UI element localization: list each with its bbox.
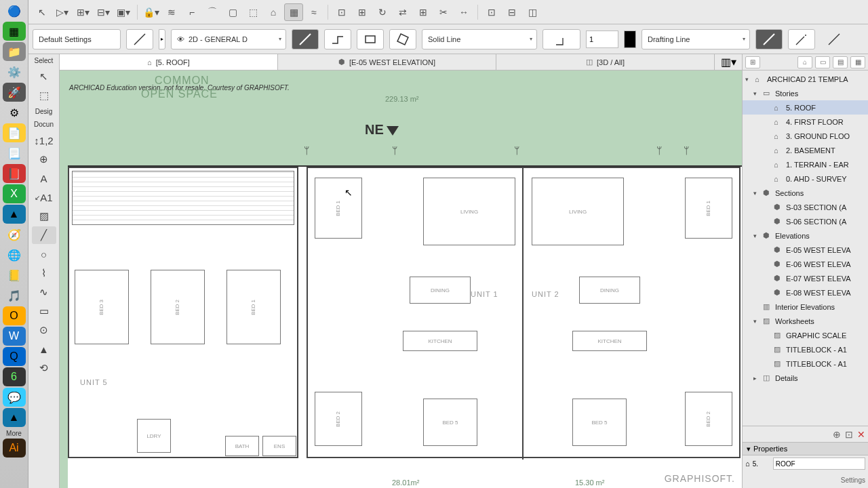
extend-icon[interactable]: ↔ xyxy=(454,3,473,21)
tree-sections[interactable]: ▾⬢Sections xyxy=(743,186,868,200)
chevron-right-icon[interactable]: ▸ xyxy=(159,29,165,49)
line-rot-button[interactable] xyxy=(389,29,416,49)
dock-app[interactable]: 6 xyxy=(3,367,26,386)
new-view-icon[interactable]: ⊕ xyxy=(833,429,841,440)
dock-messages[interactable]: 💬 xyxy=(3,388,26,407)
roof-icon[interactable]: ⌂ xyxy=(264,3,283,21)
dim-tool[interactable]: ↕1,2 xyxy=(32,131,56,149)
dock-app[interactable]: ⚙️ xyxy=(3,62,26,81)
align-icon[interactable]: ⊡ xyxy=(332,3,351,21)
pen-angle-button[interactable] xyxy=(542,29,580,49)
tab-options[interactable]: ▥▾ xyxy=(715,54,742,70)
line-end2-button[interactable] xyxy=(788,29,815,49)
tree-elevation-item[interactable]: ⬢E-05 WEST ELEVA xyxy=(743,243,868,257)
dock-app[interactable]: X xyxy=(3,184,26,203)
tree-section-item[interactable]: ⬢S-03 SECTION (A xyxy=(743,200,868,214)
delete-icon[interactable]: ✕ xyxy=(857,429,865,440)
tree-section-item[interactable]: ⬢S-06 SECTION (A xyxy=(743,214,868,228)
line-tool[interactable]: ╱ xyxy=(32,226,56,244)
nav-tab-view[interactable]: ▭ xyxy=(815,56,830,68)
nav-tab-layout[interactable]: ▤ xyxy=(833,56,848,68)
line-end3-button[interactable] xyxy=(821,29,848,49)
arrow-tool[interactable]: ↖ xyxy=(32,68,56,85)
tree-story-item[interactable]: ⌂1. TERRAIN - EAR xyxy=(743,157,868,171)
label-tool[interactable]: ↙A1 xyxy=(32,188,56,206)
dock-chrome[interactable]: 🌐 xyxy=(3,245,26,264)
array-icon[interactable]: ⊞ xyxy=(414,3,433,21)
dock-app[interactable]: ▲ xyxy=(3,408,26,427)
dock-finder[interactable]: 🔵 xyxy=(3,1,26,20)
layer-icon[interactable]: ▣▾ xyxy=(114,3,133,21)
drawing-tool[interactable]: ▭ xyxy=(32,302,56,320)
dock-app[interactable]: Q xyxy=(3,347,26,366)
dock-word[interactable]: W xyxy=(3,327,26,346)
circle-tool[interactable]: ○ xyxy=(32,245,56,263)
nav-tab-project[interactable]: ⌂ xyxy=(797,56,812,68)
tree-worksheet-item[interactable]: ▨GRAPHIC SCALE xyxy=(743,328,868,342)
line-rect-button[interactable] xyxy=(357,29,384,49)
tree-story-item[interactable]: ⌂2. BASEMENT xyxy=(743,143,868,157)
dock-safari[interactable]: 🧭 xyxy=(3,225,26,244)
fill-tool[interactable]: ▨ xyxy=(32,207,56,225)
tree-elevation-item[interactable]: ⬢E-08 WEST ELEVA xyxy=(743,285,868,300)
tree-worksheets[interactable]: ▾▨Worksheets xyxy=(743,314,868,328)
mirror-icon[interactable]: ⇄ xyxy=(393,3,412,21)
dock-archicad[interactable]: ▲ xyxy=(3,205,26,224)
polyline-tool[interactable]: ⌇ xyxy=(32,264,56,282)
dock-app[interactable]: 📄 xyxy=(3,123,26,142)
arrow-dd-icon[interactable]: ▷▾ xyxy=(53,3,72,21)
tree-root[interactable]: ▾⌂ARCHICAD 21 TEMPLA xyxy=(743,72,868,86)
tree-story-item[interactable]: ⌂3. GROUND FLOO xyxy=(743,129,868,143)
navigator-tree[interactable]: ▾⌂ARCHICAD 21 TEMPLA ▾▭Stories ⌂5. ROOF … xyxy=(743,70,868,426)
marquee-tool[interactable]: ⬚ xyxy=(32,87,56,104)
distrib-icon[interactable]: ⊞ xyxy=(353,3,372,21)
nav-tab-1[interactable]: ⊞ xyxy=(745,56,760,68)
rotate-icon[interactable]: ↻ xyxy=(373,3,392,21)
dock-illustrator[interactable]: Ai xyxy=(3,439,26,458)
cursor-icon[interactable]: ↖ xyxy=(33,3,52,21)
tree-stories[interactable]: ▾▭Stories xyxy=(743,86,868,100)
dock-app[interactable]: 📒 xyxy=(3,266,26,285)
dock-music[interactable]: 🎵 xyxy=(3,286,26,305)
line-style-button[interactable] xyxy=(126,29,153,49)
dock-app[interactable]: ⚙ xyxy=(3,103,26,122)
guide-icon[interactable]: ⊟▾ xyxy=(94,3,113,21)
group-icon[interactable]: ⊡ xyxy=(482,3,501,21)
dock-app[interactable]: 📃 xyxy=(3,144,26,163)
tree-elevations[interactable]: ▾⬢Elevations xyxy=(743,228,868,243)
line-end1-button[interactable] xyxy=(755,29,783,49)
tree-story-item[interactable]: ⌂0. AHD - SURVEY xyxy=(743,171,868,186)
crop-icon[interactable]: ⌐ xyxy=(182,3,201,21)
dock-app[interactable]: 📁 xyxy=(3,42,26,61)
figure-tool[interactable]: ▲ xyxy=(32,340,56,358)
lock-icon[interactable]: 🔒▾ xyxy=(142,3,161,21)
snap-icon[interactable]: ⊞▾ xyxy=(73,3,92,21)
color-swatch[interactable] xyxy=(624,30,636,48)
properties-settings[interactable]: Settings xyxy=(743,472,868,488)
dock-app[interactable]: O xyxy=(3,306,26,325)
tab-3d[interactable]: ◫[3D / All] xyxy=(496,54,715,70)
change-tool[interactable]: ⟲ xyxy=(32,359,56,377)
layer-dropdown[interactable]: Drafting Line xyxy=(642,29,750,49)
tree-interior[interactable]: ▥Interior Elevations xyxy=(743,300,868,314)
stairs-icon[interactable]: ⬚ xyxy=(243,3,262,21)
line-diag-button[interactable] xyxy=(292,29,319,49)
properties-header[interactable]: ▾Properties xyxy=(743,442,868,455)
nav-tab-pub[interactable]: ▦ xyxy=(850,56,865,68)
view-dropdown[interactable]: 👁2D - GENERAL D xyxy=(171,29,286,49)
spline-tool[interactable]: ∿ xyxy=(32,283,56,301)
tree-worksheet-item[interactable]: ▨TITLEBLOCK - A1 xyxy=(743,342,868,357)
box-icon[interactable]: ▢ xyxy=(223,3,242,21)
tree-worksheet-item[interactable]: ▨TITLEBLOCK - A1 xyxy=(743,357,868,371)
tree-details[interactable]: ▸◫Details xyxy=(743,371,868,385)
tree-elevation-item[interactable]: ⬢E-06 WEST ELEVA xyxy=(743,257,868,271)
zigzag-icon[interactable]: ≈ xyxy=(304,3,323,21)
prop-name-input[interactable] xyxy=(773,458,865,470)
dock-app[interactable]: 📕 xyxy=(3,164,26,183)
text-tool[interactable]: A xyxy=(32,169,56,187)
tab-roof[interactable]: ⌂[5. ROOF] xyxy=(60,54,278,70)
view-icon[interactable]: ◫ xyxy=(523,3,542,21)
grid-icon[interactable]: ▦ xyxy=(284,3,303,21)
trim-icon[interactable]: ✂ xyxy=(434,3,453,21)
level-tool[interactable]: ⊕ xyxy=(32,150,56,168)
